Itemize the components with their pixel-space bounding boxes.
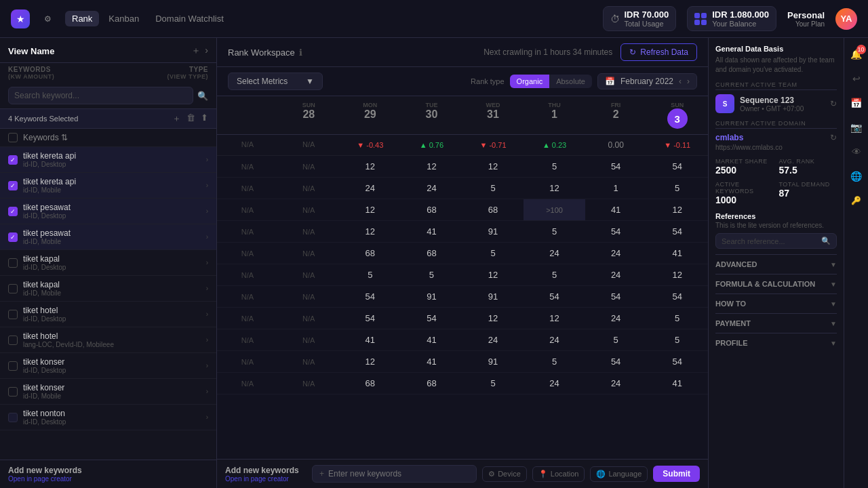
expand-view-button[interactable]: › — [205, 45, 208, 57]
kw-checkbox-0[interactable] — [8, 155, 18, 165]
domain-info: cmlabs https://www.cmlabs.co — [715, 133, 783, 151]
active-kw-label: ACTIVE KEYWORDS — [715, 181, 774, 195]
refs-title: References — [715, 212, 837, 220]
key-icon[interactable]: 🔑 — [846, 190, 867, 211]
settings-icon[interactable]: ⚙ — [41, 12, 54, 26]
list-item[interactable]: tiket pesawat id-ID, Desktop › — [0, 199, 216, 224]
keywords-column-label: Keywords ⇅ — [23, 133, 208, 142]
kw-checkbox-2[interactable] — [8, 207, 18, 216]
export-selected-button[interactable]: ⬆ — [201, 113, 208, 125]
refresh-data-button[interactable]: ↻ Refresh Data — [620, 43, 697, 61]
cell-6-5: 54 — [524, 286, 585, 307]
device-button[interactable]: ⚙ Device — [482, 466, 527, 482]
list-item[interactable]: tiket kapal id-ID, Desktop › — [0, 250, 216, 276]
kw-checkbox-4[interactable] — [8, 258, 18, 268]
accordion-payment-header[interactable]: PAYMENT ▼ — [715, 319, 837, 327]
kw-checkbox-10[interactable] — [8, 413, 18, 422]
eye-icon[interactable]: 👁 — [846, 141, 867, 163]
select-metrics-dropdown[interactable]: Select Metrics ▼ — [228, 73, 323, 90]
location-button[interactable]: 📍 Location — [532, 466, 585, 482]
avatar[interactable]: YA — [835, 8, 857, 30]
list-item[interactable]: tiket kapal id-ID, Mobile › — [0, 276, 216, 302]
list-item[interactable]: tiket konser id-ID, Mobile › — [0, 379, 216, 405]
open-page-creator-link[interactable]: Open in page creator — [225, 475, 307, 483]
kw-sub-0: id-ID, Desktop — [23, 161, 206, 168]
cell-6-6: 54 — [585, 286, 647, 307]
add-kw-sub[interactable]: Open in page creator — [8, 475, 82, 483]
cell-6-7: 54 — [646, 286, 708, 307]
refs-search-input[interactable] — [722, 237, 817, 245]
chevron-down-icon: ▼ — [830, 281, 837, 288]
info-icon[interactable]: ℹ — [299, 47, 302, 58]
team-name: Sequence 123 — [740, 96, 804, 105]
language-button[interactable]: 🌐 Language — [590, 466, 648, 482]
calendar-rail-icon[interactable]: 📅 — [846, 92, 867, 114]
cell-6-0: N/A — [217, 286, 278, 307]
cell-2-5: >100 — [524, 199, 585, 220]
add-selected-button[interactable]: ＋ — [172, 113, 181, 125]
list-item[interactable]: tiket kereta api id-ID, Mobile › — [0, 173, 216, 199]
rank-type-group: Rank type Organic Absolute 📅 February 20… — [471, 73, 697, 89]
list-item[interactable]: tiket hotel id-ID, Desktop › — [0, 302, 216, 327]
globe-icon[interactable]: 🌐 — [846, 165, 867, 187]
list-item[interactable]: tiket kereta api id-ID, Desktop › — [0, 147, 216, 173]
kw-checkbox-7[interactable] — [8, 336, 18, 345]
rank-tab-organic[interactable]: Organic — [510, 75, 550, 88]
cell-9-7: 54 — [646, 351, 708, 372]
prev-date-button[interactable]: ‹ — [679, 77, 682, 86]
general-data-title: General Data Basis — [715, 45, 837, 53]
avg-rank-label: AVG. RANK — [779, 158, 837, 165]
tab-kanban[interactable]: Kanban — [102, 11, 146, 26]
cell-5-2: 5 — [340, 264, 401, 285]
screenshot-icon[interactable]: 📷 — [846, 117, 867, 138]
list-item[interactable]: tiket nonton id-ID, Desktop › — [0, 405, 216, 430]
icon-rail: 🔔 10 ↩ 📅 📷 👁 🌐 🔑 — [844, 38, 868, 488]
domain-refresh-icon[interactable]: ↻ — [830, 133, 837, 142]
new-keyword-input[interactable] — [328, 469, 469, 479]
sum-1: ▼ -0.43 — [340, 135, 401, 155]
list-item[interactable]: tiket konser id-ID, Desktop › — [0, 353, 216, 379]
kw-checkbox-9[interactable] — [8, 387, 18, 396]
add-view-button[interactable]: ＋ — [191, 45, 201, 57]
next-date-button[interactable]: › — [687, 77, 690, 86]
cell-7-6: 24 — [585, 308, 647, 329]
cell-3-6: 54 — [585, 221, 647, 242]
accordion-advanced: ADVANCED ▼ — [715, 254, 837, 274]
accordion-formula-header[interactable]: FORMULA & CALCULATION ▼ — [715, 280, 837, 288]
rank-type-label: Rank type — [471, 77, 505, 85]
list-item[interactable]: tiket pesawat id-ID, Mobile › — [0, 224, 216, 250]
list-item[interactable]: tiket hotel lang-LOC, DevId-ID, Mobileee… — [0, 327, 216, 353]
submit-button[interactable]: Submit — [653, 466, 700, 482]
delete-selected-button[interactable]: 🗑 — [186, 113, 195, 125]
cell-6-4: 91 — [462, 286, 524, 307]
tab-rank[interactable]: Rank — [65, 11, 99, 26]
kw-arrow-1: › — [206, 182, 208, 189]
keyword-search-input[interactable] — [8, 87, 193, 104]
rank-tab-absolute[interactable]: Absolute — [549, 75, 592, 88]
workspace-title: Rank Workspace — [228, 47, 295, 58]
select-all-checkbox[interactable] — [8, 133, 18, 142]
history-icon[interactable]: ↩ — [846, 68, 867, 89]
accordion-profile-header[interactable]: PROFILE ▼ — [715, 339, 837, 347]
cell-1-4: 5 — [462, 178, 524, 199]
device-icon: ⚙ — [488, 470, 495, 479]
logo-icon[interactable]: ★ — [11, 9, 30, 28]
cell-1-0: N/A — [217, 178, 278, 199]
team-refresh-icon[interactable]: ↻ — [830, 99, 837, 108]
accordion-advanced-header[interactable]: ADVANCED ▼ — [715, 260, 837, 268]
market-share-value: 2500 — [715, 165, 774, 176]
kw-checkbox-8[interactable] — [8, 361, 18, 371]
kw-checkbox-5[interactable] — [8, 284, 18, 293]
kw-name-10: tiket nonton — [23, 409, 206, 418]
search-icon[interactable]: 🔍 — [197, 91, 208, 101]
kw-checkbox-6[interactable] — [8, 310, 18, 319]
user-plan-name: Personal — [787, 10, 825, 20]
sum-4: ▲ 0.23 — [524, 135, 585, 155]
kw-checkbox-3[interactable] — [8, 232, 18, 242]
notification-icon[interactable]: 🔔 10 — [846, 43, 867, 65]
tab-domain-watchlist[interactable]: Domain Watchlist — [149, 11, 231, 26]
accordion-howto-header[interactable]: HOW TO ▼ — [715, 300, 837, 308]
refresh-icon: ↻ — [629, 47, 636, 57]
kw-checkbox-1[interactable] — [8, 181, 18, 190]
bottom-input-bar: Add new keywords Open in page creator + … — [217, 459, 708, 488]
